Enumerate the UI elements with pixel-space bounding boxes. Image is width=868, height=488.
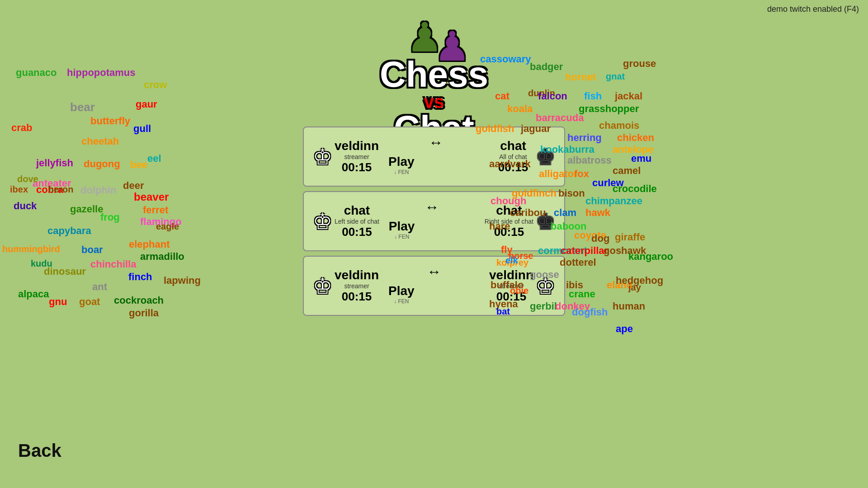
mode2-play-button[interactable]: Play ↓ FEN — [382, 216, 422, 244]
animal-word: kookaburra — [540, 144, 594, 155]
animal-word: bee — [130, 159, 147, 171]
mode2-left-info: chat Left side of chat 00:15 — [335, 203, 379, 239]
animal-word: goose — [530, 269, 559, 281]
animal-word: hare — [489, 221, 510, 232]
mode1-left-timer: 00:15 — [335, 160, 379, 174]
animal-word: finch — [128, 271, 152, 283]
animal-word: dinosaur — [44, 266, 86, 277]
mode3-left-timer: 00:15 — [335, 290, 379, 304]
animal-word: giraffe — [615, 231, 645, 243]
animal-word: bat — [496, 306, 510, 317]
animal-word: badger — [530, 61, 563, 73]
animal-word: goldfish — [476, 123, 514, 135]
animal-word: jay — [628, 282, 641, 293]
animal-word: gazelle — [70, 203, 103, 215]
animal-word: gorilla — [129, 307, 159, 319]
animal-word: emu — [631, 153, 651, 164]
animal-word: crocodile — [613, 183, 657, 195]
animal-word: jellyfish — [36, 157, 73, 169]
animal-word: bison — [558, 188, 585, 199]
mode-card-1: ♔ veldinn streamer 00:15 ↔ Play ↓ FEN ch… — [303, 127, 565, 187]
animal-word: hippopotamus — [67, 67, 136, 79]
animal-word: chicken — [617, 132, 654, 144]
mode3-arrows: ↔ — [381, 263, 487, 280]
animal-word: alligator — [539, 168, 578, 180]
animal-word: gaur — [136, 99, 157, 110]
animal-word: dotterel — [560, 257, 596, 268]
mode3-center: ↔ Play ↓ FEN — [381, 263, 487, 308]
animal-word: butterfly — [90, 115, 130, 127]
mode1-arrows: ↔ — [381, 134, 491, 151]
animal-word: gull — [133, 123, 151, 135]
mode2-left-timer: 00:15 — [335, 225, 379, 239]
animal-word: cassowary — [480, 53, 531, 65]
mode1-left-piece-icon: ♔ — [313, 144, 332, 169]
animal-word: koala — [507, 103, 533, 115]
mode3-fen-label: ↓ FEN — [394, 298, 409, 305]
animal-word: aardvark — [489, 158, 531, 170]
logo-vs: vs — [348, 93, 520, 111]
animal-word: alpaca — [18, 288, 49, 300]
animal-word: dugong — [84, 158, 120, 170]
animal-word: hawk — [585, 207, 610, 219]
animal-word: armadillo — [140, 251, 184, 263]
animal-word: bear — [70, 100, 95, 114]
mode1-play-button[interactable]: Play ↓ FEN — [381, 151, 422, 179]
mode2-left-piece-icon: ♔ — [313, 209, 332, 234]
animal-word: crow — [144, 79, 167, 91]
animal-word: herring — [567, 132, 602, 144]
animal-word: eagle — [156, 221, 179, 232]
demo-notice: demo twitch enabled (F4) — [767, 5, 859, 14]
animal-word: capybara — [47, 225, 91, 237]
animal-word: camel — [613, 165, 641, 177]
animal-word: barracuda — [536, 112, 584, 124]
animal-word: fish — [584, 90, 602, 102]
animal-word: clam — [554, 207, 576, 219]
animal-word: lapwing — [164, 275, 201, 286]
mode1-left-name: veldinn — [335, 139, 379, 153]
mode3-play-button[interactable]: Play ↓ FEN — [381, 280, 422, 308]
animal-word: obie — [510, 286, 528, 296]
animal-word: ferret — [143, 204, 168, 216]
mode2-fen-label: ↓ FEN — [394, 234, 409, 240]
animal-word: dolphin — [80, 184, 116, 196]
mode3-left-piece-icon: ♔ — [313, 273, 332, 299]
animal-word: chough — [491, 195, 526, 207]
mode1-fen-label: ↓ FEN — [394, 169, 409, 175]
animal-word: human — [613, 300, 645, 312]
mode1-right-name: chat — [493, 139, 533, 153]
mode1-play-label: Play — [388, 155, 415, 169]
animal-word: chinchilla — [90, 258, 136, 270]
mode2-left-sub: Left side of chat — [335, 218, 379, 225]
animal-word: elephant — [129, 239, 170, 250]
animal-word: gnu — [49, 296, 67, 308]
logo-pawns: ♟ ♟ — [348, 9, 520, 56]
animal-word: crab — [11, 122, 32, 134]
animal-word: heron — [48, 184, 74, 195]
animal-word: kangaroo — [628, 251, 673, 263]
animal-word: deer — [123, 180, 144, 192]
animal-word: cat — [495, 90, 509, 102]
animal-word: goat — [79, 296, 100, 308]
mode3-left-name: veldinn — [335, 268, 379, 282]
mode2-left-name: chat — [335, 203, 379, 218]
mode2-play-label: Play — [389, 219, 415, 234]
animal-word: jaguar — [521, 123, 551, 135]
animal-word: caribou — [510, 207, 546, 219]
animal-word: duck — [14, 200, 37, 212]
animal-word: boar — [81, 244, 103, 256]
animal-word: fox — [574, 168, 589, 180]
mode3-left-sub: streamer — [335, 282, 379, 290]
animal-word: hornet — [565, 71, 596, 83]
animal-word: ant — [92, 281, 107, 293]
back-button[interactable]: Back — [18, 441, 61, 461]
animal-word: beaver — [134, 191, 169, 203]
animal-word: falcon — [538, 90, 567, 102]
mode1-left-sub: streamer — [335, 153, 379, 160]
animal-word: cheetah — [81, 136, 119, 147]
animal-word: gnat — [606, 71, 625, 82]
animal-word: ibex — [10, 184, 28, 195]
mode2-arrows: ↔ — [382, 199, 482, 216]
animal-word: dove — [17, 174, 38, 184]
animal-word: caterpillar — [561, 245, 608, 257]
